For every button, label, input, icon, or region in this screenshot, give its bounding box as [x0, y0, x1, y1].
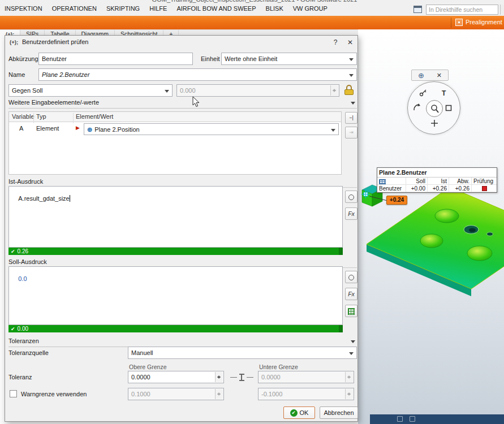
lower-limit-label: Untere Grenze [259, 364, 298, 370]
link-icon [239, 374, 244, 381]
insert-element-button[interactable] [345, 191, 357, 203]
actual-expression-label: Ist-Ausdruck [8, 178, 43, 185]
pin-label-icon[interactable]: ⊕ [418, 72, 424, 79]
navigation-wheel[interactable]: T [407, 81, 460, 135]
fx-icon: Fx [348, 210, 355, 217]
tolerances-section-header[interactable]: Toleranzen [8, 338, 357, 347]
direct-help-search-input[interactable] [426, 5, 498, 15]
tolerance-source-value: Manuell [131, 349, 153, 356]
header-pruefung: Prüfung [472, 178, 497, 185]
element-icon: ⊕ [87, 126, 92, 133]
tolerance-lower-spinner: 0.0000 [258, 371, 354, 383]
warn-limit-label: Warngrenze verwenden [21, 388, 87, 400]
link-tool-icon[interactable] [419, 89, 427, 97]
resize-grip[interactable] [339, 248, 343, 255]
close-button[interactable]: ✕ [344, 37, 356, 47]
upper-limit-label: Obere Grenze [129, 364, 167, 370]
viewport-mini-toolbar: ⊕ ✕ [411, 70, 449, 81]
cancel-label: Abbrechen [324, 409, 354, 416]
tolerance-source-dropdown[interactable]: Manuell [128, 347, 357, 359]
function-wizard-button[interactable]: Fx [345, 207, 357, 220]
menu-blisk[interactable]: BLISK [266, 5, 283, 12]
variable-element-value: Plane 2.Position [94, 126, 140, 133]
menu-vw-group[interactable]: VW GROUP [293, 5, 328, 12]
status-icon-2[interactable] [410, 416, 415, 422]
tolerance-upper-spinner[interactable]: 0.0000 [128, 371, 224, 383]
warn-lower-spinner: -0.1000 [258, 388, 354, 400]
variable-element-dropdown[interactable]: ⊕Plane 2.Position [84, 123, 339, 135]
col-element-wert: Element/Wert [76, 113, 113, 120]
inspection-result-label[interactable]: Plane 2.Benutzer Soll Ist Abw. Prüfung B… [377, 167, 497, 193]
compare-mode-dropdown[interactable]: Gegen Soll [8, 84, 173, 97]
link-tolerances-toggle[interactable] [226, 373, 257, 382]
zoom-tool[interactable] [426, 100, 443, 117]
more-inputs-section-header[interactable]: Weitere Eingabeelemente/-werte [8, 99, 357, 109]
close-widget-icon[interactable]: ✕ [437, 72, 442, 79]
fx-icon: Fx [348, 291, 355, 297]
direct-help-icon[interactable] [413, 6, 422, 13]
deviation-tag[interactable]: +0.24 [386, 196, 407, 205]
nominal-value: 0.000 [180, 87, 196, 94]
more-inputs-section-label: Weitere Eingabeelemente/-werte [8, 99, 99, 106]
pan-tool-icon[interactable] [430, 119, 438, 127]
status-icon-1[interactable] [397, 416, 403, 422]
table-grid-icon [348, 308, 355, 315]
resize-grip[interactable] [339, 325, 343, 332]
help-button[interactable]: ? [330, 37, 341, 47]
unit-value: Werte ohne Einheit [225, 55, 277, 62]
text-tool-icon[interactable]: T [442, 89, 446, 97]
warn-limit-checkbox[interactable] [10, 390, 17, 397]
menu-airfoil-bow-and-sweep[interactable]: AIRFOIL BOW AND SWEEP [176, 5, 256, 12]
unit-dropdown[interactable]: Werte ohne Einheit [221, 53, 357, 65]
spinner-buttons[interactable] [215, 372, 223, 382]
check-element-icon: (+); [10, 39, 18, 45]
variables-table-header: Variable Typ Element/Wert [9, 112, 341, 122]
variable-name: A [19, 125, 23, 132]
menu-inspektion[interactable]: INSPEKTION [5, 5, 42, 12]
menu-operationen[interactable]: OPERATIONEN [52, 5, 97, 12]
name-value: Plane 2.Benutzer [42, 71, 89, 78]
warn-upper-spinner: 0.1000 [128, 388, 224, 400]
result-label-header-row: Soll Ist Abw. Prüfung [377, 178, 497, 185]
check-name: Benutzer [377, 185, 406, 192]
bottom-status-bar [370, 414, 504, 424]
cancel-button[interactable]: Abbrechen [320, 406, 358, 419]
stage-label: Prealignment - G [466, 19, 504, 25]
name-dropdown[interactable]: Plane 2.Benutzer [38, 68, 357, 81]
value-table-button[interactable] [345, 305, 357, 317]
toolbar-overflow-button[interactable] [500, 5, 504, 15]
tolerance-source-label: Toleranzquelle [8, 347, 49, 359]
circle-icon [348, 194, 354, 200]
result-label-value-row: Benutzer +0.00 +0.26 +0.26 [377, 185, 497, 192]
abbreviation-input[interactable]: Benutzer [38, 53, 193, 65]
menu-skripting[interactable]: SKRIPTING [106, 5, 140, 12]
tolerance-upper-value: 0.0000 [131, 374, 150, 380]
active-row-arrow-icon: ▶ [76, 125, 80, 131]
tolerance-lower-value: 0.0000 [261, 374, 281, 380]
spinner-buttons [215, 389, 223, 399]
fit-view-icon[interactable] [445, 105, 452, 111]
chevron-down-icon [349, 74, 354, 79]
circle-icon [348, 275, 354, 280]
ok-button[interactable]: ✔ OK [283, 406, 315, 419]
insert-variable-button: ⇥ [345, 127, 357, 139]
rotate-tool-icon[interactable] [412, 103, 420, 111]
ok-check-icon: ✔ [290, 409, 298, 417]
lock-icon[interactable] [344, 85, 354, 96]
variables-table[interactable]: Variable Typ Element/Wert A Element ▶ ⊕P… [8, 111, 342, 175]
function-wizard-button[interactable]: Fx [345, 288, 357, 300]
insert-element-button[interactable] [345, 271, 357, 283]
menu-hilfe[interactable]: HILFE [149, 5, 167, 12]
value-ist: +0.26 [428, 185, 449, 192]
check-icon: ✔ [11, 326, 15, 332]
spinner-buttons [345, 372, 353, 382]
actual-expression-input[interactable]: A.result_gdat_size [8, 186, 343, 248]
3d-viewport[interactable]: ⊕ ✕ T Plane 2.Benutzer [358, 29, 504, 424]
element-type-icon [379, 179, 386, 184]
remove-variable-button[interactable]: −| [345, 112, 357, 124]
nominal-expression-input[interactable]: 0.0 [8, 266, 343, 325]
chevron-down-icon [351, 102, 355, 107]
warn-upper-value: 0.1000 [131, 391, 150, 397]
ribbon-divider [451, 18, 451, 28]
nominal-result-bar: ✔0.00 [8, 325, 343, 332]
